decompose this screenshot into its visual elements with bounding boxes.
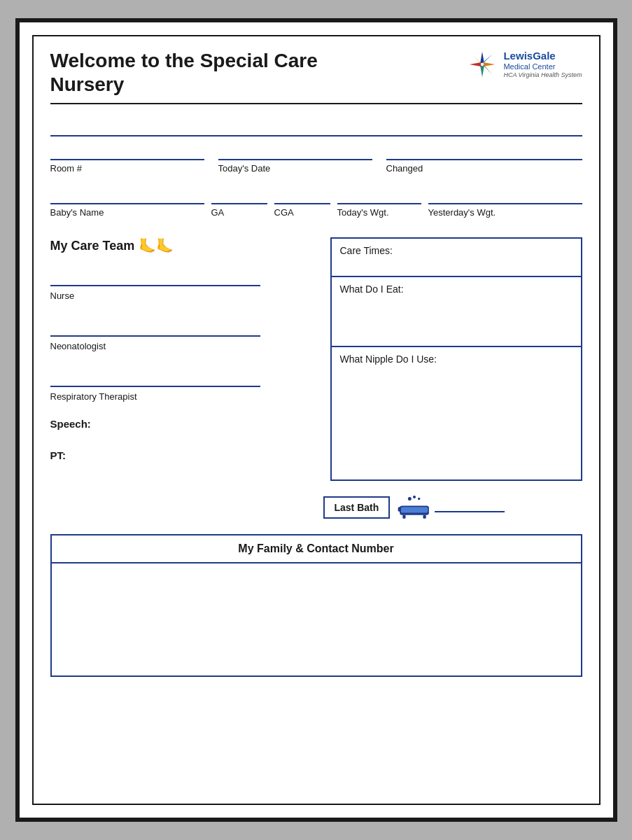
logo-area: LewisGale Medical Center HCA Virginia He… — [467, 49, 582, 80]
ga-field: GA — [211, 185, 267, 218]
svg-rect-16 — [398, 507, 401, 512]
todays-date-field: Today's Date — [218, 141, 372, 174]
nurse-field: Nurse — [50, 267, 316, 302]
svg-point-11 — [418, 498, 420, 500]
bathtub-icon — [397, 495, 432, 520]
ga-input[interactable] — [211, 185, 267, 204]
svg-rect-15 — [423, 515, 426, 519]
todays-wgt-label: Today's Wgt. — [337, 207, 421, 218]
svg-marker-5 — [472, 54, 483, 64]
room-number-label: Room # — [50, 163, 204, 174]
todays-date-label: Today's Date — [218, 163, 372, 174]
logo-text: LewisGale Medical Center HCA Virginia He… — [503, 50, 582, 79]
last-bath-row: Last Bath — [323, 495, 582, 520]
cga-label: CGA — [274, 207, 330, 218]
todays-wgt-field: Today's Wgt. — [337, 185, 421, 218]
respiratory-therapist-input[interactable] — [50, 368, 260, 387]
svg-marker-6 — [482, 64, 493, 75]
family-content[interactable] — [52, 564, 581, 676]
yesterdays-wgt-field: Yesterday's Wgt. — [428, 185, 582, 218]
page-wrapper: Welcome to the Special Care Nursery — [15, 18, 617, 822]
care-times-label: Care Times: — [340, 245, 393, 256]
babys-name-field: Baby's Name — [50, 185, 204, 218]
nurse-input[interactable] — [50, 267, 260, 286]
eat-label: What Do I Eat: — [340, 284, 404, 295]
footprints-icon: 🦶🦶 — [139, 237, 174, 254]
changed-field: Changed — [386, 141, 582, 174]
bath-icon-area — [397, 495, 505, 520]
header-divider — [50, 103, 582, 104]
babys-name-input[interactable] — [50, 185, 204, 204]
pt-item: PT: — [50, 449, 316, 461]
svg-marker-3 — [470, 62, 482, 66]
fields-row1: Room # Today's Date Changed — [50, 141, 582, 174]
respiratory-therapist-label: Respiratory Therapist — [50, 391, 137, 402]
svg-point-9 — [408, 497, 412, 500]
last-bath-button[interactable]: Last Bath — [323, 496, 391, 519]
inner-border: Welcome to the Special Care Nursery — [32, 35, 601, 805]
nipple-box[interactable]: What Nipple Do I Use: — [332, 347, 581, 417]
svg-rect-13 — [401, 507, 428, 512]
bath-line[interactable] — [435, 503, 505, 512]
empty-line[interactable] — [50, 115, 582, 136]
family-header: My Family & Contact Number — [52, 536, 581, 564]
yesterdays-wgt-label: Yesterday's Wgt. — [428, 207, 582, 218]
care-team-title-text: My Care Team — [50, 239, 135, 253]
page-title: Welcome to the Special Care Nursery — [50, 49, 372, 96]
nurse-label: Nurse — [50, 290, 75, 301]
changed-label: Changed — [386, 163, 582, 174]
logo-star-icon — [467, 49, 498, 80]
svg-point-10 — [413, 496, 416, 498]
care-times-box[interactable]: Care Times: — [332, 239, 581, 277]
cga-input[interactable] — [274, 185, 330, 204]
todays-date-input[interactable] — [218, 141, 372, 160]
care-team-title: My Care Team 🦶🦶 — [50, 237, 316, 254]
logo-name-sub: Medical Center — [503, 62, 582, 71]
babys-name-label: Baby's Name — [50, 207, 204, 218]
header: Welcome to the Special Care Nursery — [50, 49, 582, 96]
speech-pt-section: Speech: PT: — [50, 418, 316, 461]
neonatologist-label: Neonatologist — [50, 341, 106, 351]
speech-item: Speech: — [50, 418, 316, 430]
family-section: My Family & Contact Number — [50, 534, 582, 677]
fields-row2: Baby's Name GA CGA Today's Wgt. Yesterda… — [50, 185, 582, 218]
svg-point-8 — [481, 63, 484, 66]
eat-box[interactable]: What Do I Eat: — [332, 277, 581, 347]
neonatologist-field: Neonatologist — [50, 317, 316, 352]
changed-input[interactable] — [386, 141, 582, 160]
care-times-right: Care Times: What Do I Eat: What Nipple D… — [330, 237, 582, 481]
care-team-left: My Care Team 🦶🦶 Nurse Neonatologist Resp… — [50, 237, 316, 481]
svg-rect-14 — [403, 515, 406, 519]
logo-name-sub2: HCA Virginia Health System — [503, 71, 582, 79]
neonatologist-input[interactable] — [50, 317, 260, 337]
care-team-section: My Care Team 🦶🦶 Nurse Neonatologist Resp… — [50, 237, 582, 481]
nipple-label: What Nipple Do I Use: — [340, 354, 437, 365]
ga-label: GA — [211, 207, 267, 218]
room-number-input[interactable] — [50, 141, 204, 160]
yesterdays-wgt-input[interactable] — [428, 185, 582, 204]
cga-field: CGA — [274, 185, 330, 218]
todays-wgt-input[interactable] — [337, 185, 421, 204]
logo-name-main: LewisGale — [503, 50, 582, 62]
respiratory-therapist-field: Respiratory Therapist — [50, 368, 316, 402]
room-number-field: Room # — [50, 141, 204, 174]
